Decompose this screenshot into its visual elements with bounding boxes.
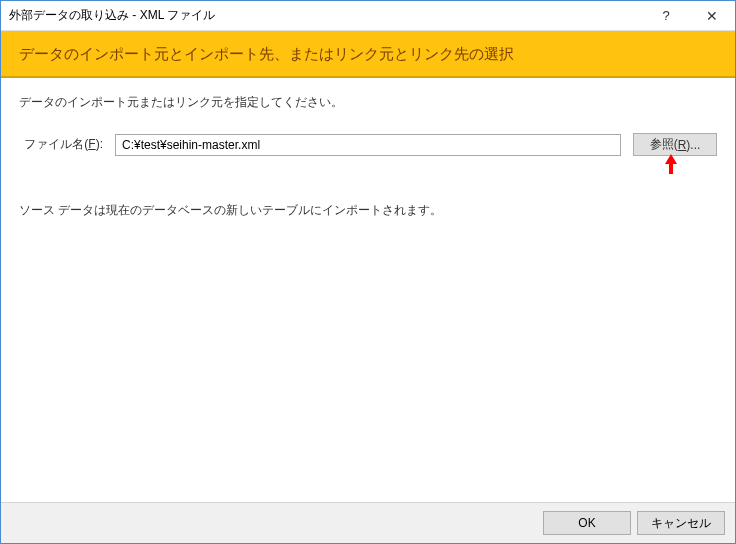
content-area: データのインポート元またはリンク元を指定してください。 ファイル名(F): 参照… xyxy=(1,78,735,502)
ok-button[interactable]: OK xyxy=(543,511,631,535)
file-label-hotkey: F xyxy=(88,137,95,151)
help-button[interactable]: ? xyxy=(643,1,689,30)
instruction-text: データのインポート元またはリンク元を指定してください。 xyxy=(19,94,717,111)
close-button[interactable]: ✕ xyxy=(689,1,735,30)
file-name-label: ファイル名(F): xyxy=(19,136,109,153)
browse-prefix: 参照( xyxy=(650,136,678,153)
footer-bar: OK キャンセル xyxy=(1,502,735,543)
cancel-button[interactable]: キャンセル xyxy=(637,511,725,535)
browse-hotkey: R xyxy=(678,138,687,152)
title-bar: 外部データの取り込み - XML ファイル ? ✕ xyxy=(1,1,735,31)
header-banner: データのインポート元とインポート先、またはリンク元とリンク先の選択 xyxy=(1,31,735,78)
file-name-input[interactable] xyxy=(115,134,621,156)
browse-suffix: )... xyxy=(686,138,700,152)
titlebar-controls: ? ✕ xyxy=(643,1,735,30)
banner-title: データのインポート元とインポート先、またはリンク元とリンク先の選択 xyxy=(19,45,717,64)
dialog-window: 外部データの取り込み - XML ファイル ? ✕ データのインポート元とインポ… xyxy=(0,0,736,544)
file-label-prefix: ファイル名( xyxy=(24,137,88,151)
file-label-suffix: ): xyxy=(96,137,103,151)
window-title: 外部データの取り込み - XML ファイル xyxy=(9,7,643,24)
file-row: ファイル名(F): 参照(R)... xyxy=(19,133,717,156)
browse-button[interactable]: 参照(R)... xyxy=(633,133,717,156)
import-note: ソース データは現在のデータベースの新しいテーブルにインポートされます。 xyxy=(19,202,717,219)
